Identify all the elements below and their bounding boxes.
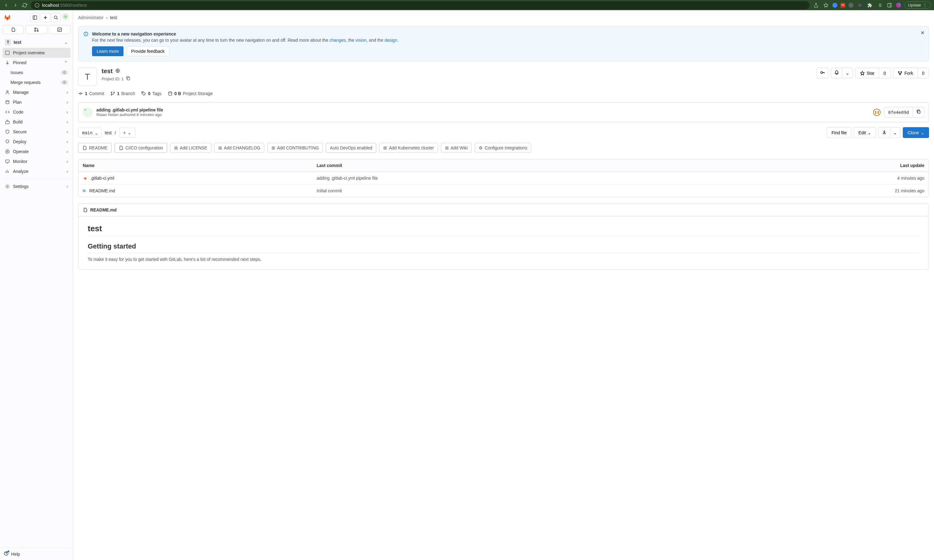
edit-button[interactable]: Edit⌄ [854, 127, 876, 138]
path-root[interactable]: test [105, 130, 112, 135]
sidebar-item-secure[interactable]: Secure› [3, 127, 71, 137]
sidebar-item-merge-requests[interactable]: Merge requests 0 [3, 77, 71, 88]
bookmark-icon[interactable] [823, 2, 829, 9]
svg-rect-60 [918, 111, 920, 113]
banner-text: For the next few releases, you can go to… [92, 38, 398, 43]
sidebar-item-manage[interactable]: Manage› [3, 88, 71, 97]
download-button[interactable] [879, 127, 890, 138]
browser-chrome: localhost:5580/root/test P1 ✻ Update⋮ [0, 0, 934, 10]
chevron-right-icon: › [106, 15, 108, 20]
fork-count[interactable]: 0 [917, 68, 929, 78]
sidebar-item-build[interactable]: Build› [3, 117, 71, 127]
k8s-chip[interactable]: ⊞Add Kubernetes cluster [379, 143, 438, 153]
sidepanel-icon[interactable] [886, 2, 893, 9]
learn-more-button[interactable]: Learn more [92, 46, 123, 56]
extension-icon[interactable] [848, 3, 853, 8]
merge-requests-tab[interactable] [26, 25, 47, 34]
changes-link[interactable]: changes [330, 38, 346, 43]
svg-point-19 [65, 16, 66, 18]
star-count[interactable]: 0 [879, 68, 891, 78]
readme-filename[interactable]: README.md [90, 208, 117, 212]
clone-button[interactable]: Clone⌄ [903, 127, 929, 138]
file-table: Name Last commit Last update .gitlab-ci.… [78, 159, 929, 197]
svg-point-56 [142, 92, 143, 93]
todos-tab[interactable] [49, 25, 71, 34]
feedback-button[interactable]: Provide feedback [126, 46, 169, 56]
commit-sha[interactable]: 0fe4e09d [884, 107, 913, 118]
readme-chip[interactable]: README [78, 143, 111, 153]
tags-stat[interactable]: 0Tags [141, 91, 161, 96]
star-button[interactable]: Star [855, 68, 879, 78]
wiki-chip[interactable]: ⊞Add Wiki [441, 143, 472, 153]
license-chip[interactable]: ⊞Add LICENSE [170, 143, 211, 153]
sidebar-item-monitor[interactable]: Monitor› [3, 157, 71, 166]
pipeline-paused-icon[interactable]: ❚❚ [873, 109, 880, 116]
branch-selector[interactable]: main⌄ [78, 128, 102, 138]
extension-icon[interactable] [832, 3, 837, 8]
breadcrumb-root[interactable]: Administrator [78, 15, 103, 20]
table-row[interactable]: M↓README.md Initial commit 21 minutes ag… [79, 185, 929, 197]
sidebar-item-settings[interactable]: Settings› [3, 182, 71, 191]
extension-icon[interactable]: P1 [840, 3, 845, 8]
project-stats: 1Commit 1Branch 0Tags 0 BProject Storage [78, 91, 929, 96]
contributing-chip[interactable]: ⊞Add CONTRIBUTING [267, 143, 323, 153]
project-tab[interactable] [3, 25, 24, 34]
copy-sha-button[interactable] [913, 107, 925, 118]
readme-paragraph: To make it easy for you to get started w… [88, 257, 920, 262]
chevron-right-icon: › [66, 129, 68, 134]
address-bar[interactable]: localhost:5580/root/test [31, 1, 809, 9]
close-banner-button[interactable] [920, 30, 925, 36]
sidebar-toggle-button[interactable] [30, 13, 40, 22]
storage-stat[interactable]: 0 BProject Storage [168, 91, 213, 96]
reload-button[interactable] [22, 2, 28, 8]
help-link[interactable]: Help [0, 548, 73, 560]
copy-project-id-button[interactable] [126, 76, 131, 82]
col-update: Last update [711, 159, 929, 172]
fork-button[interactable]: Fork [893, 68, 918, 78]
ssh-key-button[interactable] [817, 68, 828, 78]
search-button[interactable] [51, 13, 60, 22]
integrations-chip[interactable]: ⚙Configure Integrations [475, 143, 531, 153]
user-avatar[interactable] [62, 13, 69, 20]
sidebar-item-pinned[interactable]: Pinned ⌃ [3, 58, 71, 68]
project-selector[interactable]: T test ⌄ [3, 37, 71, 48]
sidebar-item-overview[interactable]: Project overview [3, 48, 71, 58]
sidebar-item-operate[interactable]: Operate› [3, 147, 71, 157]
autodevops-chip[interactable]: Auto DevOps enabled [326, 143, 376, 153]
cicd-chip[interactable]: CI/CD configuration [115, 143, 167, 153]
find-file-button[interactable]: Find file [827, 127, 851, 138]
commits-stat[interactable]: 1Commit [78, 91, 104, 96]
sidebar-item-code[interactable]: Code› [3, 107, 71, 117]
chevron-right-icon: › [66, 90, 68, 95]
design-link[interactable]: design [385, 38, 397, 43]
vision-link[interactable]: vision [356, 38, 367, 43]
last-commit: adding .gitlab-ci.yml pipeline file Riaa… [78, 102, 929, 122]
gitlab-logo[interactable] [4, 14, 11, 21]
notifications-button[interactable] [831, 68, 843, 78]
back-button[interactable] [3, 2, 9, 8]
download-dropdown[interactable]: ⌄ [890, 127, 900, 138]
media-icon[interactable] [876, 2, 883, 9]
breadcrumb-current: test [110, 15, 117, 20]
table-row[interactable]: .gitlab-ci.yml adding .gitlab-ci.yml pip… [79, 172, 929, 185]
sidebar-item-plan[interactable]: Plan› [3, 97, 71, 107]
notifications-dropdown[interactable]: ⌄ [842, 68, 853, 78]
sidebar-item-analyze[interactable]: Analyze› [3, 166, 71, 176]
forward-button[interactable] [12, 2, 18, 8]
deploy-icon [5, 139, 10, 144]
extension-icon[interactable]: ✻ [857, 2, 863, 9]
sidebar-item-issues[interactable]: Issues 0 [3, 68, 71, 77]
sidebar-item-deploy[interactable]: Deploy› [3, 137, 71, 147]
extensions-button[interactable] [866, 2, 873, 9]
svg-marker-46 [860, 71, 864, 75]
share-icon[interactable] [812, 2, 819, 9]
create-button[interactable] [41, 13, 50, 22]
changelog-chip[interactable]: ⊞Add CHANGELOG [214, 143, 264, 153]
update-button[interactable]: Update⋮ [904, 2, 931, 9]
profile-avatar[interactable] [896, 3, 901, 8]
branches-stat[interactable]: 1Branch [110, 91, 135, 96]
sidebar: T test ⌄ Project overview Pinned ⌃ Issue… [0, 10, 73, 560]
commit-message[interactable]: adding .gitlab-ci.yml pipeline file [96, 108, 869, 112]
commit-author-avatar[interactable] [83, 108, 92, 117]
add-file-button[interactable]: +⌄ [119, 128, 135, 138]
